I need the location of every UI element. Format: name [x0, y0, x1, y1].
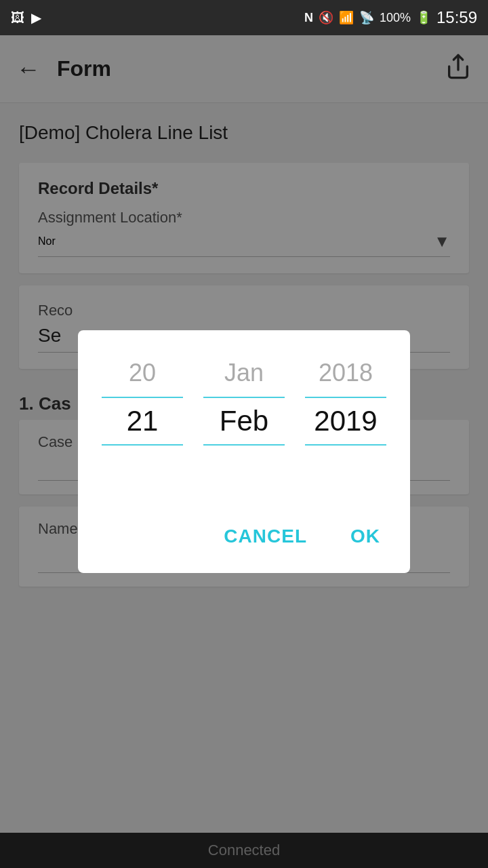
mute-icon: 🔇 — [319, 10, 333, 25]
day-prev: 20 — [129, 352, 156, 397]
date-picker: 20 21 Jan Feb 2018 2019 — [78, 352, 410, 513]
day-line-bottom — [102, 444, 183, 446]
status-bar-right: N 🔇 📶 📡 100% 🔋 15:59 — [304, 8, 477, 27]
status-time: 15:59 — [436, 8, 477, 27]
year-prev: 2018 — [319, 352, 373, 397]
day-column: 20 21 — [92, 352, 193, 500]
year-column: 2018 2019 — [295, 352, 396, 500]
month-prev: Jan — [224, 352, 264, 397]
day-selected: 21 — [127, 398, 159, 444]
n-icon: N — [304, 11, 313, 25]
year-selected: 2019 — [314, 398, 377, 444]
battery-icon: 🔋 — [416, 10, 431, 25]
month-column: Jan Feb — [193, 352, 295, 500]
signal-icon: 📡 — [359, 10, 374, 25]
month-selected: Feb — [220, 398, 268, 444]
image-icon: 🖼 — [11, 10, 24, 26]
status-bar-left: 🖼 ▶ — [11, 9, 41, 26]
month-line-bottom — [203, 444, 285, 446]
date-picker-dialog: 20 21 Jan Feb 2018 2019 — [78, 330, 410, 573]
battery-percent: 100% — [380, 11, 411, 25]
year-line-bottom — [305, 444, 386, 446]
ok-button[interactable]: OK — [340, 519, 391, 554]
dialog-overlay: 20 21 Jan Feb 2018 2019 — [0, 35, 488, 868]
dialog-buttons: CANCEL OK — [78, 513, 410, 557]
status-bar: 🖼 ▶ N 🔇 📶 📡 100% 🔋 15:59 — [0, 0, 488, 35]
wifi-icon: 📶 — [339, 10, 354, 25]
play-icon: ▶ — [31, 9, 41, 26]
cancel-button[interactable]: CANCEL — [213, 519, 318, 554]
